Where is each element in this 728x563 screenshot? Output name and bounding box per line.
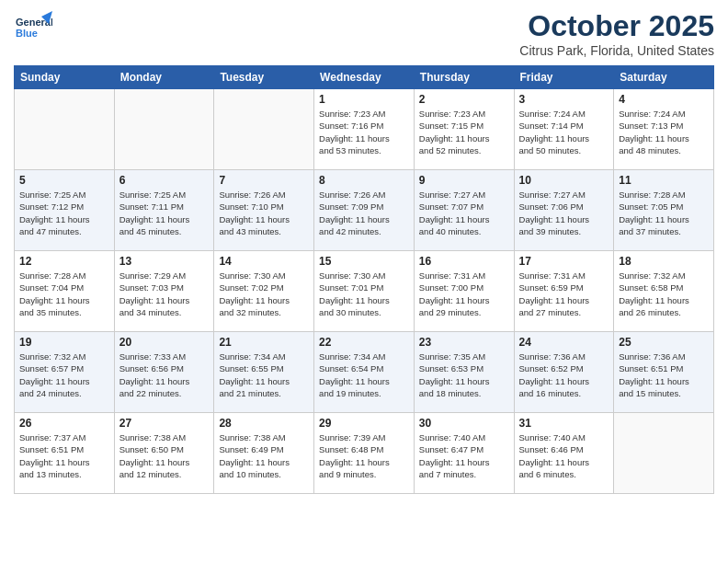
day-info: Sunrise: 7:40 AM Sunset: 6:47 PM Dayligh… <box>419 431 509 480</box>
page-header: General Blue October 2025 Citrus Park, F… <box>14 9 714 58</box>
calendar-day-cell: 13Sunrise: 7:29 AM Sunset: 7:03 PM Dayli… <box>114 251 214 332</box>
calendar-day-cell: 22Sunrise: 7:34 AM Sunset: 6:54 PM Dayli… <box>314 332 415 413</box>
weekday-header-wednesday: Wednesday <box>314 66 415 89</box>
calendar-day-cell: 20Sunrise: 7:33 AM Sunset: 6:56 PM Dayli… <box>114 332 214 413</box>
day-number: 26 <box>19 417 109 430</box>
day-number: 29 <box>319 417 409 430</box>
day-number: 7 <box>219 174 309 187</box>
day-number: 23 <box>419 336 509 349</box>
calendar-day-cell <box>214 89 314 170</box>
calendar-week-row: 5Sunrise: 7:25 AM Sunset: 7:12 PM Daylig… <box>15 170 714 251</box>
day-info: Sunrise: 7:25 AM Sunset: 7:12 PM Dayligh… <box>19 189 109 237</box>
calendar-day-cell: 18Sunrise: 7:32 AM Sunset: 6:58 PM Dayli… <box>614 251 714 332</box>
day-number: 12 <box>19 255 109 268</box>
day-number: 2 <box>419 93 509 106</box>
day-info: Sunrise: 7:36 AM Sunset: 6:52 PM Dayligh… <box>519 350 609 399</box>
calendar-day-cell <box>614 413 714 494</box>
day-info: Sunrise: 7:30 AM Sunset: 7:02 PM Dayligh… <box>219 270 309 318</box>
weekday-header-row: SundayMondayTuesdayWednesdayThursdayFrid… <box>15 66 714 89</box>
day-info: Sunrise: 7:34 AM Sunset: 6:55 PM Dayligh… <box>219 350 309 399</box>
day-number: 27 <box>119 417 210 430</box>
day-number: 19 <box>19 336 109 349</box>
day-info: Sunrise: 7:31 AM Sunset: 6:59 PM Dayligh… <box>519 270 609 318</box>
calendar-day-cell: 3Sunrise: 7:24 AM Sunset: 7:14 PM Daylig… <box>514 89 614 170</box>
day-number: 18 <box>619 255 709 268</box>
weekday-header-sunday: Sunday <box>15 66 115 89</box>
day-number: 30 <box>419 417 509 430</box>
day-number: 24 <box>519 336 609 349</box>
month-title: October 2025 <box>519 9 714 43</box>
day-number: 28 <box>219 417 309 430</box>
day-number: 25 <box>619 336 709 349</box>
day-info: Sunrise: 7:29 AM Sunset: 7:03 PM Dayligh… <box>119 270 210 318</box>
calendar-day-cell: 31Sunrise: 7:40 AM Sunset: 6:46 PM Dayli… <box>514 413 614 494</box>
calendar-day-cell: 9Sunrise: 7:27 AM Sunset: 7:07 PM Daylig… <box>414 170 514 251</box>
calendar-day-cell: 7Sunrise: 7:26 AM Sunset: 7:10 PM Daylig… <box>214 170 314 251</box>
day-number: 6 <box>119 174 210 187</box>
day-info: Sunrise: 7:36 AM Sunset: 6:51 PM Dayligh… <box>619 350 709 399</box>
svg-text:Blue: Blue <box>16 28 38 39</box>
day-info: Sunrise: 7:23 AM Sunset: 7:16 PM Dayligh… <box>319 108 409 156</box>
calendar-day-cell: 30Sunrise: 7:40 AM Sunset: 6:47 PM Dayli… <box>414 413 514 494</box>
weekday-header-saturday: Saturday <box>614 66 714 89</box>
day-info: Sunrise: 7:39 AM Sunset: 6:48 PM Dayligh… <box>319 431 409 480</box>
day-info: Sunrise: 7:27 AM Sunset: 7:06 PM Dayligh… <box>519 189 609 237</box>
day-info: Sunrise: 7:32 AM Sunset: 6:58 PM Dayligh… <box>619 270 709 318</box>
day-info: Sunrise: 7:31 AM Sunset: 7:00 PM Dayligh… <box>419 270 509 318</box>
day-info: Sunrise: 7:32 AM Sunset: 6:57 PM Dayligh… <box>19 350 109 399</box>
calendar-day-cell: 14Sunrise: 7:30 AM Sunset: 7:02 PM Dayli… <box>214 251 314 332</box>
day-info: Sunrise: 7:23 AM Sunset: 7:15 PM Dayligh… <box>419 108 509 156</box>
day-number: 1 <box>319 93 409 106</box>
day-info: Sunrise: 7:38 AM Sunset: 6:50 PM Dayligh… <box>119 431 210 480</box>
calendar-day-cell: 4Sunrise: 7:24 AM Sunset: 7:13 PM Daylig… <box>614 89 714 170</box>
calendar-day-cell: 16Sunrise: 7:31 AM Sunset: 7:00 PM Dayli… <box>414 251 514 332</box>
day-number: 31 <box>519 417 609 430</box>
day-number: 9 <box>419 174 509 187</box>
calendar-day-cell: 25Sunrise: 7:36 AM Sunset: 6:51 PM Dayli… <box>614 332 714 413</box>
day-info: Sunrise: 7:28 AM Sunset: 7:05 PM Dayligh… <box>619 189 709 237</box>
calendar-day-cell: 17Sunrise: 7:31 AM Sunset: 6:59 PM Dayli… <box>514 251 614 332</box>
calendar-day-cell: 2Sunrise: 7:23 AM Sunset: 7:15 PM Daylig… <box>414 89 514 170</box>
title-block: October 2025 Citrus Park, Florida, Unite… <box>519 9 714 58</box>
day-info: Sunrise: 7:28 AM Sunset: 7:04 PM Dayligh… <box>19 270 109 318</box>
location-subtitle: Citrus Park, Florida, United States <box>519 43 714 58</box>
day-info: Sunrise: 7:33 AM Sunset: 6:56 PM Dayligh… <box>119 350 210 399</box>
day-info: Sunrise: 7:34 AM Sunset: 6:54 PM Dayligh… <box>319 350 409 399</box>
calendar-day-cell <box>15 89 115 170</box>
calendar-day-cell: 23Sunrise: 7:35 AM Sunset: 6:53 PM Dayli… <box>414 332 514 413</box>
day-number: 15 <box>319 255 409 268</box>
calendar-table: SundayMondayTuesdayWednesdayThursdayFrid… <box>14 65 714 494</box>
calendar-day-cell: 6Sunrise: 7:25 AM Sunset: 7:11 PM Daylig… <box>114 170 214 251</box>
day-info: Sunrise: 7:24 AM Sunset: 7:13 PM Dayligh… <box>619 108 709 156</box>
calendar-week-row: 26Sunrise: 7:37 AM Sunset: 6:51 PM Dayli… <box>15 413 714 494</box>
day-number: 22 <box>319 336 409 349</box>
day-number: 14 <box>219 255 309 268</box>
day-info: Sunrise: 7:37 AM Sunset: 6:51 PM Dayligh… <box>19 431 109 480</box>
logo-icon: General Blue <box>14 9 51 46</box>
calendar-day-cell <box>114 89 214 170</box>
calendar-day-cell: 26Sunrise: 7:37 AM Sunset: 6:51 PM Dayli… <box>15 413 115 494</box>
weekday-header-monday: Monday <box>114 66 214 89</box>
day-number: 21 <box>219 336 309 349</box>
day-number: 4 <box>619 93 709 106</box>
day-info: Sunrise: 7:25 AM Sunset: 7:11 PM Dayligh… <box>119 189 210 237</box>
day-info: Sunrise: 7:35 AM Sunset: 6:53 PM Dayligh… <box>419 350 509 399</box>
day-number: 11 <box>619 174 709 187</box>
day-number: 13 <box>119 255 210 268</box>
day-info: Sunrise: 7:38 AM Sunset: 6:49 PM Dayligh… <box>219 431 309 480</box>
calendar-day-cell: 19Sunrise: 7:32 AM Sunset: 6:57 PM Dayli… <box>15 332 115 413</box>
day-number: 16 <box>419 255 509 268</box>
calendar-day-cell: 10Sunrise: 7:27 AM Sunset: 7:06 PM Dayli… <box>514 170 614 251</box>
day-info: Sunrise: 7:26 AM Sunset: 7:10 PM Dayligh… <box>219 189 309 237</box>
calendar-day-cell: 24Sunrise: 7:36 AM Sunset: 6:52 PM Dayli… <box>514 332 614 413</box>
day-info: Sunrise: 7:24 AM Sunset: 7:14 PM Dayligh… <box>519 108 609 156</box>
calendar-day-cell: 5Sunrise: 7:25 AM Sunset: 7:12 PM Daylig… <box>15 170 115 251</box>
day-number: 8 <box>319 174 409 187</box>
calendar-day-cell: 21Sunrise: 7:34 AM Sunset: 6:55 PM Dayli… <box>214 332 314 413</box>
day-info: Sunrise: 7:27 AM Sunset: 7:07 PM Dayligh… <box>419 189 509 237</box>
calendar-day-cell: 27Sunrise: 7:38 AM Sunset: 6:50 PM Dayli… <box>114 413 214 494</box>
day-number: 3 <box>519 93 609 106</box>
calendar-week-row: 12Sunrise: 7:28 AM Sunset: 7:04 PM Dayli… <box>15 251 714 332</box>
calendar-week-row: 19Sunrise: 7:32 AM Sunset: 6:57 PM Dayli… <box>15 332 714 413</box>
calendar-day-cell: 1Sunrise: 7:23 AM Sunset: 7:16 PM Daylig… <box>314 89 415 170</box>
